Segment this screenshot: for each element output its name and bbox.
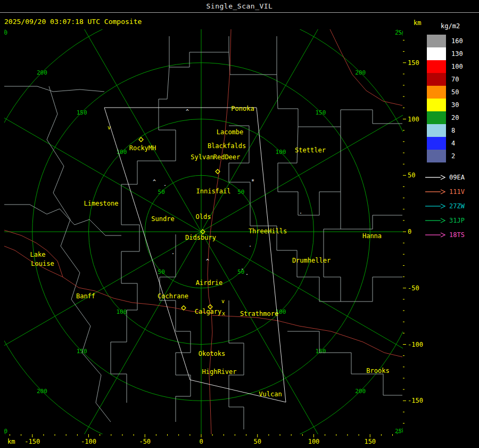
legend-sidebar: kg/m2 16013010070503020842 09EA111V27ZW3… <box>425 22 479 242</box>
track-legend-row: 18TS <box>425 227 479 242</box>
y-axis-label: 100 <box>408 116 419 123</box>
county-boundary <box>47 86 111 422</box>
y-axis-unit: km <box>414 19 421 27</box>
county-boundary <box>287 331 402 395</box>
echo-marker: · <box>241 266 244 272</box>
town-label: Sylvan <box>191 153 213 161</box>
range-ring-label: 50 <box>158 268 165 275</box>
colorbar-value: 8 <box>451 127 455 134</box>
colorbar-swatch <box>427 73 446 86</box>
county-boundary <box>4 205 121 235</box>
colorbar-swatch <box>427 35 446 47</box>
range-ring-label: 200 <box>37 69 47 76</box>
town-label: RockyMH <box>129 144 156 152</box>
storm-track-legend: 09EA111V27ZW31JP18TS <box>425 170 479 242</box>
colorbar-swatch <box>427 124 446 137</box>
y-axis-label: 150 <box>408 59 419 67</box>
track-arrow-icon <box>425 232 446 238</box>
town-label: Innisfail <box>196 188 230 195</box>
county-boundary <box>4 86 104 92</box>
map-layers: 5050505010010010010015015015015020020020… <box>0 0 479 448</box>
colorbar-swatch <box>427 99 446 111</box>
range-ring-label: 250 <box>395 428 406 435</box>
track-legend-row: 111V <box>425 184 479 199</box>
colorbar-swatch <box>427 47 446 60</box>
colorbar-swatch <box>427 150 446 162</box>
range-ring-label: 100 <box>276 149 286 156</box>
track-id-label: 18TS <box>449 231 465 239</box>
town-label: Okotoks <box>199 350 226 357</box>
y-axis-label: -50 <box>408 284 419 292</box>
town-label: Banff <box>76 292 95 300</box>
county-boundary <box>341 215 402 229</box>
range-ring-label: 250 <box>0 428 7 435</box>
colorbar-swatch <box>427 86 446 99</box>
town-label: Sundre <box>151 215 174 223</box>
y-axis-label: 50 <box>408 172 415 179</box>
town-label: Airdrie <box>196 279 223 287</box>
y-axis-label: 0 <box>408 228 411 235</box>
track-legend-row: 27ZW <box>425 199 479 213</box>
town-label: ThreeHills <box>249 227 287 235</box>
track-legend-row: 31JP <box>425 213 479 227</box>
colorbar-entry: 100 <box>425 60 479 73</box>
colorbar-swatch <box>427 111 446 124</box>
echo-marker: * <box>251 178 254 184</box>
radar-app-window: Single_Scan_VIL 2025/09/20 03:07:18 UTC … <box>0 0 479 448</box>
colorbar-entry: 20 <box>425 111 479 124</box>
range-ring-label: 100 <box>117 308 127 315</box>
echo-marker: v <box>221 298 225 304</box>
town-label: Ponoka <box>231 105 254 112</box>
county-boundary <box>160 234 191 422</box>
town-label: Olds <box>196 213 211 221</box>
colorbar-entry: 70 <box>425 73 479 86</box>
town-label: Blackfalds <box>208 142 246 150</box>
county-boundary <box>229 300 244 429</box>
town-label: HighRiver <box>202 368 236 376</box>
track-arrow-icon <box>425 189 446 195</box>
x-axis-label: -100 <box>81 438 96 445</box>
y-axis-label: -100 <box>408 341 423 348</box>
highway-line <box>330 29 402 105</box>
town-label: Hanna <box>362 232 382 240</box>
range-ring-label: 200 <box>37 388 47 395</box>
colorbar-swatch <box>427 137 446 150</box>
radar-map-canvas[interactable]: 5050505010010010010015015015015020020020… <box>0 0 479 448</box>
colorbar-value: 2 <box>451 152 455 160</box>
echo-marker: · <box>171 251 175 257</box>
echo-marker: v <box>108 125 111 131</box>
colorbar-entry: 50 <box>425 86 479 99</box>
track-id-label: 31JP <box>449 217 465 224</box>
town-label: RedDeer <box>213 153 241 161</box>
colorbar-entry: 2 <box>425 150 479 162</box>
colorbar-value: 130 <box>451 50 463 58</box>
town-label: Lake <box>30 251 46 258</box>
echo-marker: ^ <box>206 258 209 264</box>
colorbar-value: 4 <box>451 140 455 147</box>
colorbar-value: 30 <box>451 101 459 109</box>
range-ring-label: 150 <box>77 348 87 355</box>
town-diamond-marker <box>139 137 143 142</box>
highway-line <box>212 315 402 357</box>
town-label: Cochrane <box>158 292 188 300</box>
colorbar-value: 160 <box>451 37 463 45</box>
track-id-label: 111V <box>449 188 465 196</box>
colorbar-swatch <box>427 60 446 73</box>
county-boundary <box>277 75 402 127</box>
range-ring-label: 250 <box>0 29 7 36</box>
range-ring-label: 150 <box>77 109 87 116</box>
county-boundary <box>229 36 277 75</box>
echo-marker: ^ <box>153 179 156 185</box>
colorbar-entry: 30 <box>425 99 479 111</box>
range-ring-label: 200 <box>355 388 366 395</box>
y-axis-label: -150 <box>408 397 423 404</box>
x-axis-label: 100 <box>308 438 320 445</box>
track-arrow-icon <box>425 203 446 209</box>
county-boundary <box>278 127 341 215</box>
x-axis-label: 0 <box>199 438 203 445</box>
town-label: Calgary <box>195 308 222 315</box>
range-ring-label: 50 <box>237 189 244 196</box>
town-label: Louise <box>31 260 54 267</box>
x-axis-label: -150 <box>24 438 40 445</box>
range-ring-label: 150 <box>315 348 326 355</box>
